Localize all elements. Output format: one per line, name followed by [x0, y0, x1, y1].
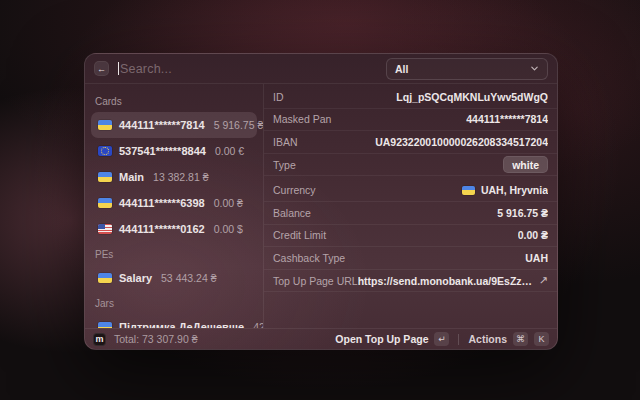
item-balance: 13 382.81 ₴ — [153, 171, 208, 183]
footer-bar: m Total: 73 307.90 ₴ Open Top Up Page ↵ … — [85, 328, 557, 349]
detail-row: Balance5 916.75 ₴ — [264, 202, 557, 225]
list-item[interactable]: 444111******63980.00 ₴ — [91, 190, 257, 216]
detail-row: CurrencyUAH, Hryvnia — [264, 179, 557, 202]
detail-value-group: 444111******7814 — [466, 113, 548, 125]
item-label: 444111******0162 — [119, 223, 205, 235]
list-item[interactable]: Підтримка ДеДешевше422.00 ₴ — [91, 314, 257, 328]
detail-value-group: white — [503, 156, 548, 173]
detail-value-group: https://send.monobank.ua/9EsZzyzYS5↗ — [358, 274, 548, 287]
detail-label: Top Up Page URL — [273, 275, 358, 287]
search-input[interactable]: Search... — [118, 62, 386, 76]
k-key-icon: K — [534, 332, 549, 346]
item-label: Підтримка ДеДешевше — [119, 321, 244, 328]
text-cursor — [118, 62, 119, 75]
detail-row: Credit Limit0.00 ₴ — [264, 225, 557, 248]
detail-value-group: UA923220010000026208334517204 — [375, 136, 548, 148]
detail-row: Typewhite — [264, 154, 557, 177]
section-title: Jars — [95, 297, 253, 311]
detail-row: IBANUA923220010000026208334517204 — [264, 131, 557, 154]
back-button[interactable]: ← — [94, 61, 109, 76]
actions-menu-button[interactable]: Actions — [468, 333, 507, 345]
ua-flag-icon — [462, 186, 475, 195]
footer-actions: Open Top Up Page ↵ Actions ⌘ K — [335, 332, 549, 346]
us-flag-icon — [98, 224, 112, 234]
detail-row: Cashback TypeUAH — [264, 247, 557, 270]
detail-label: Balance — [273, 207, 311, 219]
list-item[interactable]: 444111******78145 916.75 ₴ — [91, 112, 257, 138]
list-item[interactable]: 537541******88440.00 € — [91, 138, 257, 164]
item-label: 537541******8844 — [119, 145, 206, 157]
detail-value: 444111******7814 — [466, 113, 548, 125]
filter-selected-value: All — [395, 63, 408, 75]
item-balance: 0.00 € — [215, 145, 244, 157]
search-placeholder: Search... — [120, 62, 172, 76]
detail-label: Type — [273, 159, 296, 171]
list-item[interactable]: 444111******01620.00 $ — [91, 216, 257, 242]
detail-row: Masked Pan444111******7814 — [264, 109, 557, 132]
eu-flag-icon — [98, 146, 112, 156]
ua-flag-icon — [98, 172, 112, 182]
detail-value-group: 0.00 ₴ — [518, 229, 548, 241]
detail-label: ID — [273, 91, 284, 103]
type-badge: white — [503, 156, 548, 173]
detail-value-group: UAH, Hryvnia — [462, 184, 548, 196]
total-balance: Total: 73 307.90 ₴ — [114, 333, 197, 345]
list-item[interactable]: Main13 382.81 ₴ — [91, 164, 257, 190]
item-balance: 53 443.24 ₴ — [161, 272, 216, 284]
desktop-background: { "header": { "back_icon": "←", "search"… — [0, 0, 640, 400]
detail-panel: IDLqj_pSQCqMKNLuYwv5dWgQMasked Pan444111… — [264, 84, 557, 328]
detail-value: 0.00 ₴ — [518, 229, 548, 241]
ua-flag-icon — [98, 273, 112, 283]
detail-label: Cashback Type — [273, 252, 345, 264]
item-label: 444111******7814 — [119, 119, 205, 131]
detail-label: Currency — [273, 184, 316, 196]
detail-value-group: 5 916.75 ₴ — [497, 207, 548, 219]
enter-key-icon: ↵ — [434, 332, 449, 346]
filter-dropdown[interactable]: All — [386, 58, 548, 80]
ua-flag-icon — [98, 120, 112, 130]
detail-value: Lqj_pSQCqMKNLuYwv5dWgQ — [396, 91, 548, 103]
external-link-icon: ↗ — [539, 274, 548, 287]
detail-label: Masked Pan — [273, 113, 331, 125]
detail-value: UAH, Hryvnia — [481, 184, 548, 196]
back-arrow-icon: ← — [97, 64, 106, 74]
item-label: 444111******6398 — [119, 197, 205, 209]
command-key-icon: ⌘ — [513, 332, 528, 346]
item-label: Salary — [119, 272, 152, 284]
item-balance: 5 916.75 ₴ — [214, 119, 264, 131]
detail-label: Credit Limit — [273, 229, 326, 241]
ua-flag-icon — [98, 198, 112, 208]
command-palette-window: ← Search... All Cards444111******78145 9… — [84, 53, 558, 350]
detail-value-group: UAH — [525, 252, 548, 264]
item-balance: 422.00 ₴ — [253, 321, 264, 328]
monobank-logo-icon: m — [93, 333, 106, 346]
detail-value: https://send.monobank.ua/9EsZzyzYS5 — [358, 275, 533, 287]
section-title: Cards — [95, 95, 253, 109]
detail-value: UAH — [525, 252, 548, 264]
item-label: Main — [119, 171, 144, 183]
item-balance: 0.00 ₴ — [214, 197, 243, 209]
detail-value: UA923220010000026208334517204 — [375, 136, 548, 148]
item-balance: 0.00 $ — [214, 223, 243, 235]
ua-flag-icon — [98, 322, 112, 328]
section-title: PEs — [95, 248, 253, 262]
detail-value: 5 916.75 ₴ — [497, 207, 548, 219]
list-item[interactable]: Salary53 443.24 ₴ — [91, 265, 257, 291]
footer-divider — [458, 334, 459, 345]
open-top-up-page-action[interactable]: Open Top Up Page — [335, 333, 428, 345]
detail-value-group: Lqj_pSQCqMKNLuYwv5dWgQ — [396, 91, 548, 103]
detail-row[interactable]: Top Up Page URLhttps://send.monobank.ua/… — [264, 270, 557, 293]
body: Cards444111******78145 916.75 ₴537541***… — [85, 84, 557, 328]
card-list-sidebar: Cards444111******78145 916.75 ₴537541***… — [85, 84, 264, 328]
detail-label: IBAN — [273, 136, 298, 148]
chevron-down-icon — [530, 64, 539, 73]
detail-row: IDLqj_pSQCqMKNLuYwv5dWgQ — [264, 86, 557, 109]
header: ← Search... All — [85, 54, 557, 84]
